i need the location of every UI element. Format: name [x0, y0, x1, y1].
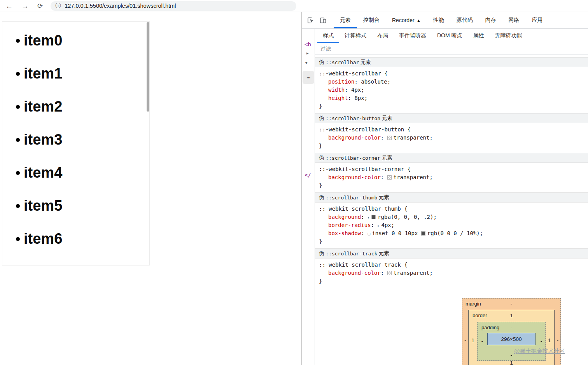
tab-properties[interactable]: 属性 [468, 29, 490, 43]
header-suffix: 元素 [377, 194, 389, 201]
box-model-content[interactable]: 296×500 [487, 333, 536, 345]
tree-collapsed-icon[interactable]: ▶ [306, 51, 308, 55]
tab-label: 源代码 [457, 17, 473, 24]
color-swatch-icon[interactable] [421, 231, 425, 236]
watermark: @稀土掘金技术社区 [514, 348, 565, 355]
device-toolbar-icon[interactable] [319, 17, 327, 24]
color-swatch-icon[interactable] [371, 215, 376, 219]
devtools-panel: 元素控制台Recorder▲性能源代码内存网络应用 <h ▶ ▼ ⋯ </ 样式… [301, 12, 588, 365]
dom-tree-panel[interactable]: <h ▶ ▼ ⋯ </ [302, 29, 315, 365]
css-declaration[interactable]: position: absolute; [315, 78, 588, 86]
reload-icon[interactable]: ⟳ [37, 3, 43, 9]
tree-expanded-icon[interactable]: ▼ [305, 61, 307, 65]
devtools-body: <h ▶ ▼ ⋯ </ 样式计算样式布局事件监听器DOM 断点属性无障碍功能 过… [302, 29, 588, 365]
css-declaration[interactable]: background: ▸rgba(0, 0, 0, .2); [315, 213, 588, 221]
header-prefix: 伪 [319, 250, 326, 257]
tab-dom-breakpoints[interactable]: DOM 断点 [432, 29, 468, 43]
list-item-label: item2 [24, 98, 62, 115]
css-selector[interactable]: ::-webkit-scrollbar-corner { [315, 165, 588, 173]
header-pseudo: ::scrollbar-button [326, 115, 380, 121]
tab-computed[interactable]: 计算样式 [339, 29, 372, 43]
box-model-margin[interactable]: margin - - - border 1 1 1 1 padding - - [462, 298, 561, 365]
tab-label: DOM 断点 [437, 32, 462, 39]
tab-network[interactable]: 网络 [502, 12, 526, 28]
color-swatch-icon[interactable] [387, 136, 392, 140]
scroll-container[interactable]: item0item1item2item3item4item5item6item7 [2, 21, 150, 265]
tab-recorder[interactable]: Recorder▲ [386, 12, 427, 28]
css-property: background-color [328, 270, 381, 276]
inspect-element-icon[interactable] [307, 17, 314, 24]
list-item: item6 [2, 222, 149, 255]
header-prefix: 伪 [319, 154, 326, 161]
list-item-label: item4 [24, 164, 62, 181]
css-property: background [328, 214, 361, 220]
tab-label: Recorder [392, 17, 415, 23]
tab-performance[interactable]: 性能 [427, 12, 450, 28]
box-model-padding[interactable]: padding - - - - 296×500 [477, 322, 546, 361]
css-declaration[interactable]: background-color: transparent; [315, 134, 588, 142]
list-item-label: item7 [24, 264, 62, 265]
tab-label: 无障碍功能 [495, 32, 522, 39]
pseudo-section-header: 伪 ::scrollbar 元素 [315, 57, 588, 67]
address-bar[interactable]: ⓘ 127.0.0.1:5500/examples/01.showscroll.… [51, 1, 296, 11]
tab-layout[interactable]: 布局 [372, 29, 394, 43]
back-icon[interactable]: ← [5, 2, 13, 10]
css-property: height [328, 95, 348, 101]
css-declaration[interactable]: height: 8px; [315, 94, 588, 102]
css-declaration[interactable]: box-shadow: ❏inset 0 0 10px rgb(0 0 0 / … [315, 229, 588, 238]
css-declaration[interactable]: width: 4px; [315, 86, 588, 94]
margin-left-value: - [462, 337, 468, 343]
color-swatch-icon[interactable] [387, 175, 392, 180]
margin-top-value: - [462, 301, 560, 307]
open-brace: { [404, 126, 411, 133]
expand-arrow-icon[interactable]: ▸ [377, 224, 380, 228]
css-declaration[interactable]: background-color: transparent; [315, 173, 588, 182]
colon: : [354, 79, 361, 85]
selector-text: ::-webkit-scrollbar-button [319, 126, 404, 133]
more-actions-icon[interactable]: ⋯ [303, 71, 314, 84]
filter-placeholder: 过滤 [320, 45, 331, 52]
tab-memory[interactable]: 内存 [479, 12, 502, 28]
header-suffix: 元素 [359, 59, 371, 66]
css-selector[interactable]: ::-webkit-scrollbar { [315, 70, 588, 78]
styles-tab-bar: 样式计算样式布局事件监听器DOM 断点属性无障碍功能 [315, 29, 588, 43]
shadow-editor-icon[interactable]: ❏ [368, 231, 370, 236]
tab-label: 布局 [377, 32, 388, 39]
list-item: item5 [2, 189, 149, 222]
forward-icon[interactable]: → [21, 2, 29, 10]
border-top-value: 1 [469, 313, 554, 318]
tab-styles[interactable]: 样式 [317, 29, 339, 43]
colon: : [381, 270, 387, 276]
color-swatch-icon[interactable] [387, 271, 392, 275]
site-info-icon[interactable]: ⓘ [55, 2, 61, 9]
selector-text: ::-webkit-scrollbar-corner [319, 166, 404, 172]
tab-event-listeners[interactable]: 事件监听器 [394, 29, 432, 43]
expand-arrow-icon[interactable]: ▸ [368, 215, 370, 220]
closing-brace: } [315, 277, 588, 285]
header-pseudo: ::scrollbar-thumb [326, 195, 377, 201]
list-item: item0 [2, 24, 149, 57]
colon: : [361, 214, 368, 220]
bullet-icon [16, 72, 20, 76]
css-selector[interactable]: ::-webkit-scrollbar-button { [315, 126, 588, 134]
css-property: background-color [328, 134, 381, 141]
tab-elements[interactable]: 元素 [334, 12, 357, 28]
bullet-icon [16, 237, 20, 241]
tab-sources[interactable]: 源代码 [450, 12, 479, 28]
colon: : [381, 134, 387, 141]
tab-accessibility[interactable]: 无障碍功能 [490, 29, 528, 43]
css-declaration[interactable]: background-color: transparent; [315, 269, 588, 277]
filter-input[interactable]: 过滤 [315, 43, 588, 55]
tab-console[interactable]: 控制台 [357, 12, 386, 28]
scrollbar-thumb[interactable] [147, 22, 149, 112]
tab-label: 内存 [485, 17, 496, 24]
styles-sections: 伪 ::scrollbar 元素::-webkit-scrollbar {pos… [315, 55, 588, 288]
tab-label: 应用 [532, 17, 543, 24]
css-selector[interactable]: ::-webkit-scrollbar-track { [315, 261, 588, 269]
box-model-border[interactable]: border 1 1 1 1 padding - - - - 296×500 [468, 310, 555, 365]
css-selector[interactable]: ::-webkit-scrollbar-thumb { [315, 205, 588, 213]
header-prefix: 伪 [319, 59, 326, 66]
header-prefix: 伪 [319, 194, 326, 201]
tab-application[interactable]: 应用 [526, 12, 549, 28]
css-declaration[interactable]: border-radius: ▸4px; [315, 221, 588, 229]
